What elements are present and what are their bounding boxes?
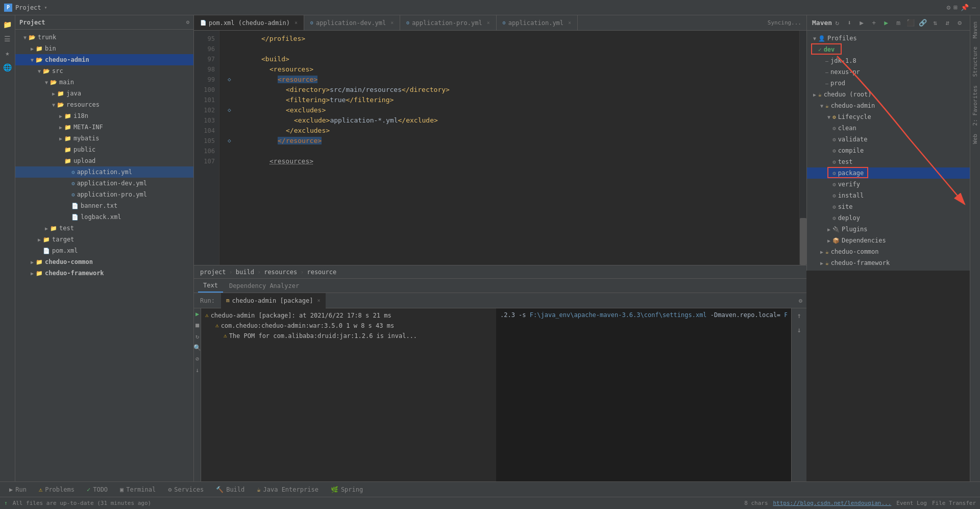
run-tab-cheduo-admin[interactable]: m cheduo-admin [package] × [221,293,326,308]
maven-play-green-btn[interactable]: ▶ [881,18,891,28]
run-item-cheduo-admin-package[interactable]: ⚠ cheduo-admin [package]: at 2021/6/22 1… [205,310,492,321]
btoolbar-java-enterprise[interactable]: ☕ Java Enterprise [252,482,324,497]
pro-tab-close[interactable]: × [487,20,490,26]
tree-item-trunk[interactable]: ▼ 📂 trunk [15,32,193,43]
btoolbar-todo[interactable]: ✓ TODO [82,482,113,497]
tree-item-cheduo-common[interactable]: ▶ 📁 cheduo-common [15,256,193,268]
maven-item-cheduo-common-m[interactable]: ▶ ☕ cheduo-common [807,246,970,257]
structure-vert-label[interactable]: Structure [971,42,979,81]
tree-item-target[interactable]: ▶ 📁 target [15,234,193,245]
expand-arrow-target[interactable]: ▶ [36,237,43,243]
tab-dependency-analyzer[interactable]: Dependency Analyzer [224,279,304,293]
expand-arrow-cheduo-framework[interactable]: ▶ [29,271,36,276]
run-rerun-btn[interactable]: ↻ [194,333,201,340]
tree-item-i18n[interactable]: ▶ 📁 i18n [15,110,193,122]
tree-item-test[interactable]: ▶ 📁 test [15,223,193,234]
maven-item-dev[interactable]: ✓ dev [807,44,970,55]
btoolbar-services[interactable]: ⚙ Services [163,482,209,497]
maven-item-plugins[interactable]: ▶ 🔌 Plugins [807,224,970,235]
maven-m-btn[interactable]: m [893,18,903,28]
maven-item-package[interactable]: ⚙ package [807,167,970,179]
sidebar-gear[interactable]: ⚙ [186,19,189,26]
maven-add-btn[interactable]: + [869,18,879,28]
event-log-btn[interactable]: Event Log [896,500,927,506]
breadcrumb-resources[interactable]: resources [264,269,297,276]
pin-icon[interactable]: 📌 [961,4,969,11]
cheduo-framework-arrow[interactable]: ▶ [818,260,825,266]
breadcrumb-build[interactable]: build [236,269,254,276]
maven-item-clean[interactable]: ⚙ clean [807,123,970,134]
run-scroll-end-btn[interactable]: ↓ [194,367,201,374]
maven-item-dependencies[interactable]: ▶ 📦 Dependencies [807,235,970,246]
tree-item-upload[interactable]: 📁 upload [15,155,193,166]
maven-item-cheduo-admin-m[interactable]: ▼ ☕ cheduo-admin [807,100,970,111]
project-view-icon[interactable]: 📁 [3,19,13,30]
expand-arrow-mybatis[interactable]: ▶ [57,136,64,141]
run-icon-down[interactable]: ↓ [794,325,804,335]
btoolbar-terminal[interactable]: ▣ Terminal [115,482,161,497]
lifecycle-arrow[interactable]: ▼ [825,114,832,120]
run-icon-up[interactable]: ↑ [794,310,804,321]
maven-item-cheduo-root[interactable]: ▶ ☕ cheduo (root) [807,89,970,100]
cheduo-common-arrow[interactable]: ▶ [818,249,825,255]
maven-item-profiles[interactable]: ▼ 👤 Profiles [807,33,970,44]
maven-item-cheduo-framework-m[interactable]: ▶ ☕ cheduo-framework [807,257,970,269]
maven-item-deploy[interactable]: ⚙ deploy [807,212,970,224]
maven-vert-label[interactable]: Maven [971,17,979,42]
cmd-path-settings[interactable]: F:\java_env\apache-maven-3.6.3\conf\sett… [530,311,707,319]
run-settings-icon[interactable]: ⚙ [799,297,802,304]
expand-arrow-i18n[interactable]: ▶ [57,113,64,119]
expand-arrow-cheduo-admin[interactable]: ▼ [29,57,36,63]
btoolbar-problems[interactable]: ⚠ Problems [34,482,80,497]
favorites-icon[interactable]: ★ [3,48,13,58]
file-transfer-btn[interactable]: File Transfer [932,500,976,506]
expand-arrow-metainf[interactable]: ▶ [57,125,64,130]
plugins-arrow[interactable]: ▶ [825,227,832,232]
tree-item-public[interactable]: 📁 public [15,144,193,155]
profiles-arrow[interactable]: ▼ [811,36,818,41]
tree-item-src[interactable]: ▼ 📂 src [15,65,193,77]
cmd-path-repo[interactable]: F:\java_env\apache-maven-3.6.3\repositor… [784,311,787,319]
tree-item-application-yml[interactable]: ⚙ application.yml [15,166,193,178]
settings-icon[interactable]: ⚙ [947,4,951,11]
maven-link-btn[interactable]: 🔗 [918,18,928,28]
run-item-druid[interactable]: ⚠ The POM for com.alibaba:druid:jar:1.2.… [205,331,492,341]
expand-arrow-trunk[interactable]: ▼ [21,35,29,40]
tree-item-metainf[interactable]: ▶ 📁 META-INF [15,122,193,133]
tree-item-application-dev-yml[interactable]: ⚙ application-dev.yml [15,178,193,189]
maven-settings-btn[interactable]: ⚙ [954,18,965,28]
maven-item-nexus[interactable]: — nexus-pr [807,66,970,78]
btoolbar-run[interactable]: ▶ Run [4,482,32,497]
maven-item-jdk18[interactable]: — jdk-1.8 [807,55,970,66]
web-vert-label[interactable]: Web [971,130,979,148]
breadcrumb-project[interactable]: project [200,269,226,276]
maven-item-validate[interactable]: ⚙ validate [807,134,970,145]
structure-icon[interactable]: ☰ [3,34,13,44]
tree-item-banner-txt[interactable]: 📄 banner.txt [15,200,193,211]
run-tab-close[interactable]: × [317,298,320,303]
tree-item-cheduo-admin[interactable]: ▼ 📂 cheduo-admin [15,54,193,65]
expand-arrow-bin[interactable]: ▶ [29,46,36,52]
run-search-btn[interactable]: 🔍 [194,344,201,351]
tab-app-yml[interactable]: ⚙ application.yml × [497,15,578,31]
maven-collapse-btn[interactable]: ⇵ [942,18,952,28]
tree-item-main[interactable]: ▼ 📂 main [15,77,193,88]
dev-tab-close[interactable]: × [390,20,394,26]
tab-app-pro-yml[interactable]: ⚙ application-pro.yml × [400,15,496,31]
scroll-thumb[interactable] [800,218,806,265]
tree-item-java[interactable]: ▶ 📁 java [15,88,193,99]
close-icon[interactable]: — [972,4,976,11]
tree-item-mybatis[interactable]: ▶ 📁 mybatis [15,133,193,144]
run-stop-btn[interactable]: ■ [194,322,201,329]
maven-item-prod[interactable]: — prod [807,78,970,89]
project-dropdown-icon[interactable]: ▾ [44,5,47,10]
maven-download-btn[interactable]: ⬇ [844,18,854,28]
maven-item-install[interactable]: ⚙ install [807,190,970,201]
tree-item-pom-xml[interactable]: 📄 pom.xml [15,245,193,256]
maven-refresh-btn[interactable]: ↻ [832,18,842,28]
cheduo-admin-arrow[interactable]: ▼ [818,103,825,109]
btoolbar-spring[interactable]: 🌿 Spring [326,482,368,497]
expand-arrow-cheduo-common[interactable]: ▶ [29,259,36,265]
expand-arrow-main[interactable]: ▼ [43,80,50,85]
tab-pom-xml[interactable]: 📄 pom.xml (cheduo-admin) × [194,15,304,31]
